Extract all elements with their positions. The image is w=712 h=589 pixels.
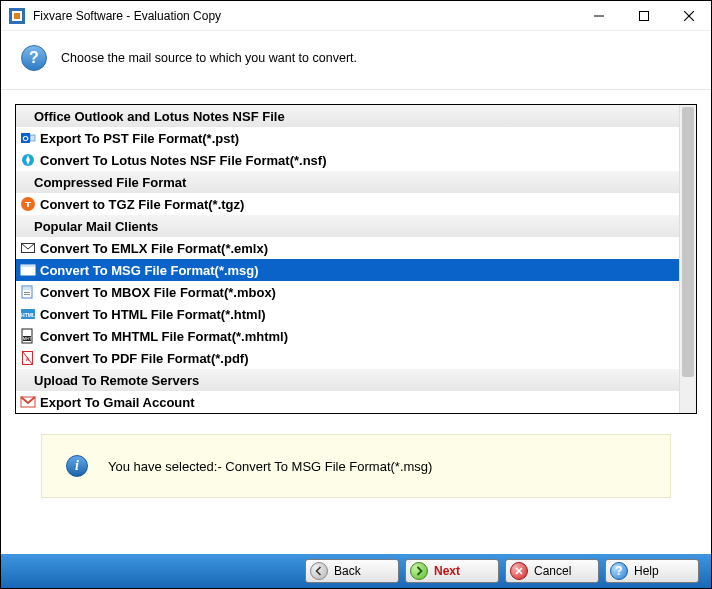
svg-rect-16	[23, 287, 31, 290]
minimize-button[interactable]	[576, 1, 621, 30]
svg-rect-17	[24, 292, 30, 293]
back-arrow-icon	[310, 562, 328, 580]
window-title: Fixvare Software - Evaluation Copy	[33, 9, 576, 23]
list-item[interactable]: AConvert To PDF File Format(*.pdf)	[16, 347, 679, 369]
app-icon	[9, 8, 25, 24]
help-button[interactable]: ? Help	[605, 559, 699, 583]
list-item[interactable]: Export To Gmail Account	[16, 391, 679, 413]
list-header: Compressed File Format	[16, 171, 679, 193]
list-item-label: Convert To MBOX File Format(*.mbox)	[40, 285, 276, 300]
help-label: Help	[634, 564, 688, 578]
status-text: You have selected:- Convert To MSG File …	[108, 459, 432, 474]
svg-rect-9	[30, 135, 35, 141]
list-item[interactable]: Convert To MSG File Format(*.msg)	[16, 259, 679, 281]
mhtml-icon: MHT	[20, 328, 36, 344]
cancel-label: Cancel	[534, 564, 588, 578]
info-icon: i	[66, 455, 88, 477]
cancel-button[interactable]: Cancel	[505, 559, 599, 583]
svg-text:MHT: MHT	[23, 336, 32, 341]
svg-rect-4	[639, 11, 648, 20]
list-header-label: Popular Mail Clients	[34, 219, 158, 234]
svg-text:O: O	[22, 134, 28, 143]
list-header: Upload To Remote Servers	[16, 369, 679, 391]
help-icon: ?	[610, 562, 628, 580]
cancel-icon	[510, 562, 528, 580]
next-button[interactable]: Next	[405, 559, 499, 583]
instruction-text: Choose the mail source to which you want…	[61, 51, 357, 65]
list-item-label: Export To Gmail Account	[40, 395, 195, 410]
list-header: Office Outlook and Lotus Notes NSF File	[16, 105, 679, 127]
mbox-icon	[20, 284, 36, 300]
button-bar: Back Next Cancel ? Help	[1, 554, 711, 588]
list-item-label: Convert to TGZ File Format(*.tgz)	[40, 197, 244, 212]
close-button[interactable]	[666, 1, 711, 30]
msg-icon	[20, 262, 36, 278]
next-label: Next	[434, 564, 488, 578]
svg-rect-2	[14, 13, 20, 19]
svg-rect-18	[24, 294, 30, 295]
maximize-button[interactable]	[621, 1, 666, 30]
question-icon: ?	[21, 45, 47, 71]
list-item[interactable]: Convert To MBOX File Format(*.mbox)	[16, 281, 679, 303]
svg-text:A: A	[26, 356, 30, 362]
back-button[interactable]: Back	[305, 559, 399, 583]
next-arrow-icon	[410, 562, 428, 580]
gmail-icon	[20, 394, 36, 410]
tgz-icon	[20, 196, 36, 212]
status-panel: i You have selected:- Convert To MSG Fil…	[41, 434, 671, 498]
list-item[interactable]: Convert To EMLX File Format(*.emlx)	[16, 237, 679, 259]
instruction-row: ? Choose the mail source to which you wa…	[1, 31, 711, 90]
list-header-label: Upload To Remote Servers	[34, 373, 199, 388]
format-list: Office Outlook and Lotus Notes NSF FileO…	[15, 104, 697, 414]
svg-rect-14	[21, 265, 35, 267]
svg-text:HTML: HTML	[21, 312, 35, 318]
list-item-label: Export To PST File Format(*.pst)	[40, 131, 239, 146]
list-item[interactable]: Convert To Lotus Notes NSF File Format(*…	[16, 149, 679, 171]
lotus-icon	[20, 152, 36, 168]
title-bar: Fixvare Software - Evaluation Copy	[1, 1, 711, 31]
list-item-label: Convert To MSG File Format(*.msg)	[40, 263, 259, 278]
list-header-label: Compressed File Format	[34, 175, 186, 190]
scrollbar[interactable]	[679, 105, 696, 413]
pdf-icon: A	[20, 350, 36, 366]
list-item[interactable]: HTMLConvert To HTML File Format(*.html)	[16, 303, 679, 325]
list-header-label: Office Outlook and Lotus Notes NSF File	[34, 109, 285, 124]
html-icon: HTML	[20, 306, 36, 322]
outlook-icon: O	[20, 130, 36, 146]
list-item[interactable]: MHTConvert To MHTML File Format(*.mhtml)	[16, 325, 679, 347]
list-item-label: Convert To MHTML File Format(*.mhtml)	[40, 329, 288, 344]
list-header: Popular Mail Clients	[16, 215, 679, 237]
list-item-label: Convert To HTML File Format(*.html)	[40, 307, 266, 322]
list-item-label: Convert To Lotus Notes NSF File Format(*…	[40, 153, 327, 168]
list-item-label: Convert To EMLX File Format(*.emlx)	[40, 241, 268, 256]
emlx-icon	[20, 240, 36, 256]
back-label: Back	[334, 564, 388, 578]
scrollbar-thumb[interactable]	[682, 107, 694, 377]
list-item[interactable]: Convert to TGZ File Format(*.tgz)	[16, 193, 679, 215]
list-item-label: Convert To PDF File Format(*.pdf)	[40, 351, 248, 366]
list-item[interactable]: OExport To PST File Format(*.pst)	[16, 127, 679, 149]
